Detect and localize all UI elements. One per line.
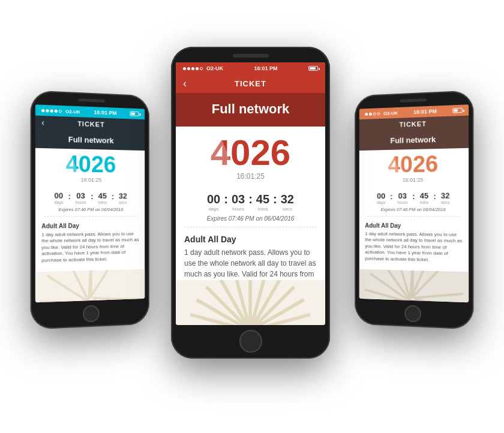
ticket-header-left: Full network — [35, 129, 145, 151]
carrier-left: O2-UK — [65, 109, 80, 115]
mins-lbl-left: mins — [98, 200, 107, 205]
ticket-header-title-center: Full network — [183, 101, 318, 117]
status-left-right: O2-UK — [365, 110, 398, 116]
sunburst-svg-right — [359, 269, 469, 302]
status-bar-center: O2-UK 16:01 PM — [176, 62, 325, 74]
rdot1 — [365, 112, 368, 115]
time-center: 16:01 PM — [254, 65, 277, 71]
dot3 — [50, 109, 53, 112]
speaker-center — [233, 54, 269, 58]
secs-unit-left: 32 secs — [119, 191, 127, 205]
ticket-desc-left: 1 day adult network pass. Allows you to … — [41, 231, 139, 263]
battery-fill-right — [454, 109, 457, 112]
cdot5 — [200, 67, 203, 70]
carrier-center: O2-UK — [206, 65, 223, 71]
expiry-left: Expires 07:46 PM on 06/04/2016 — [35, 207, 145, 212]
screen-right: O2-UK 16:01 PM TICKET Full network — [359, 104, 469, 302]
days-val-right: 00 — [377, 191, 385, 200]
signal-dots-left — [41, 109, 62, 112]
signal-dots-right — [365, 112, 380, 116]
countdown-left: 00 days : 03 hours : 45 mins — [35, 191, 145, 205]
secs-val-right: 32 — [441, 191, 450, 200]
svg-line-41 — [408, 301, 437, 302]
status-right-right — [452, 108, 462, 113]
days-lbl-left: days — [54, 200, 63, 205]
secs-lbl-left: secs — [119, 200, 127, 205]
speaker-right — [400, 98, 427, 103]
svg-line-38 — [415, 282, 463, 302]
rdot4 — [377, 112, 380, 115]
expiry-right: Expires 07:46 PM on 06/04/2016 — [359, 207, 469, 212]
ticket-name-right: Adult All Day — [365, 222, 462, 230]
secs-val-center: 32 — [281, 193, 294, 206]
sep1-center: : — [224, 193, 228, 206]
rdot3 — [373, 112, 376, 115]
ticket-desc-center: 1 day adult network pass. Allows you to … — [184, 247, 317, 280]
carrier-right: O2-UK — [383, 110, 398, 116]
ticket-header-title-left: Full network — [41, 134, 139, 146]
sep2-left: : — [91, 191, 93, 201]
ticket-number-area-right: 4026 16:01:25 — [359, 148, 469, 185]
svg-line-8 — [67, 269, 89, 302]
days-unit-center: 00 days — [207, 193, 220, 212]
dot2 — [46, 109, 49, 112]
days-unit-left: 00 days — [54, 191, 63, 205]
ticket-desc-right: 1 day adult network pass. Allows you to … — [365, 231, 462, 263]
status-right-center — [308, 66, 318, 71]
status-right-left — [130, 112, 139, 116]
ticket-number-right: 4026 — [388, 152, 439, 176]
ticket-body-right: Adult All Day 1 day adult network pass. … — [359, 219, 469, 272]
dot5 — [59, 109, 62, 112]
battery-fill-left — [131, 113, 135, 115]
ticket-body-left: Adult All Day 1 day adult network pass. … — [35, 219, 145, 272]
hours-unit-left: 03 hours — [76, 191, 86, 205]
ticket-number-center: 4026 — [211, 135, 290, 171]
back-btn-center[interactable]: ‹ — [183, 77, 187, 90]
time-left: 16:01 PM — [94, 109, 116, 116]
screen-wrapper-right: O2-UK 16:01 PM TICKET Full network — [359, 104, 469, 302]
hours-lbl-right: hours — [397, 200, 407, 205]
svg-line-42 — [394, 302, 434, 302]
mins-unit-left: 45 mins — [98, 191, 107, 205]
home-btn-left[interactable] — [83, 305, 100, 322]
battery-right — [452, 108, 462, 113]
expiry-center: Expires 07:46 PM on 06/04/2016 — [176, 215, 325, 222]
nav-title-right: TICKET — [399, 120, 426, 128]
screen-wrapper-left: O2-UK 16:01 PM ‹ TICKET Full net — [35, 104, 145, 302]
back-btn-left[interactable]: ‹ — [41, 118, 44, 127]
days-lbl-center: days — [209, 206, 219, 212]
screen-left: O2-UK 16:01 PM ‹ TICKET Full net — [35, 104, 145, 302]
status-left-left: O2-UK — [41, 107, 80, 115]
phone-left: O2-UK 16:01 PM ‹ TICKET Full net — [31, 90, 149, 329]
secs-unit-center: 32 secs — [281, 193, 294, 212]
secs-lbl-right: secs — [441, 200, 450, 205]
home-btn-right[interactable] — [404, 305, 421, 322]
ticket-time-center: 16:01:25 — [176, 172, 325, 181]
status-left-center: O2-UK — [183, 65, 223, 71]
phone-right: O2-UK 16:01 PM TICKET Full network — [355, 90, 473, 329]
time-right: 16:01 PM — [413, 108, 437, 115]
tear-line-center — [184, 227, 317, 227]
sunburst-center — [176, 280, 325, 325]
sep1-right: : — [390, 191, 392, 201]
svg-line-4 — [71, 302, 112, 302]
days-unit-right: 00 days — [377, 191, 385, 205]
signal-dots-center — [183, 67, 203, 70]
countdown-area-left: 00 days : 03 hours : 45 mins — [35, 184, 145, 214]
home-btn-center[interactable] — [239, 330, 262, 353]
ticket-number-area-center: 4026 16:01:25 — [176, 127, 325, 183]
screen-wrapper-center: O2-UK 16:01 PM ‹ TICKET Full net — [176, 62, 325, 325]
hours-lbl-center: hours — [232, 206, 244, 212]
secs-unit-right: 32 secs — [441, 191, 450, 205]
mins-val-center: 45 — [256, 193, 269, 206]
mins-val-left: 45 — [98, 191, 107, 200]
scene: O2-UK 16:01 PM ‹ TICKET Full net — [0, 0, 504, 433]
ticket-time-right: 16:01:25 — [359, 176, 469, 184]
hours-lbl-left: hours — [76, 200, 86, 205]
ticket-name-center: Adult All Day — [184, 234, 317, 244]
cdot3 — [191, 67, 194, 70]
svg-line-45 — [370, 302, 413, 302]
sep3-right: : — [433, 191, 436, 201]
speaker-left — [78, 98, 105, 103]
mins-unit-right: 45 mins — [420, 191, 429, 205]
